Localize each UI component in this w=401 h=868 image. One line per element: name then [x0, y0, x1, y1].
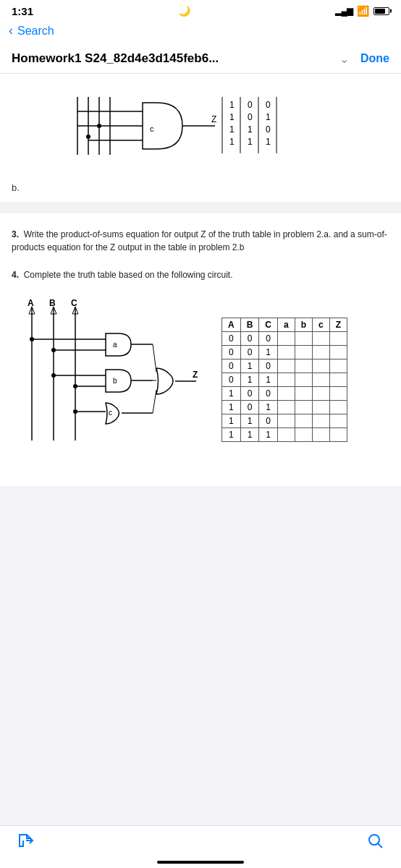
svg-point-55 — [51, 373, 56, 378]
problem-4-number: 4. — [12, 270, 19, 280]
circuit-b-svg: Z c 1 0 0 1 0 1 1 1 0 1 1 1 — [70, 82, 331, 176]
table-cell: 0 — [222, 373, 241, 387]
problem-3: 3. Write the product-of-sums equation fo… — [12, 228, 389, 254]
table-cell: 0 — [259, 359, 278, 373]
col-C: C — [259, 318, 278, 332]
table-cell — [278, 359, 295, 373]
col-A: A — [222, 318, 241, 332]
svg-text:0: 0 — [248, 100, 253, 110]
table-cell: 0 — [222, 332, 241, 346]
svg-point-9 — [97, 124, 101, 128]
table-cell — [313, 387, 330, 401]
table-cell — [295, 428, 312, 442]
table-cell: 1 — [259, 346, 278, 359]
home-indicator — [157, 861, 244, 864]
truth-table-header-row: A B C a b c Z — [222, 318, 347, 332]
status-bar: 1:31 🌙 ▂▄▆ 📶 — [0, 0, 401, 20]
done-button[interactable]: Done — [349, 52, 389, 65]
problem-4-header: 4. Complete the truth table based on the… — [12, 268, 389, 281]
svg-text:1: 1 — [229, 100, 235, 110]
table-cell: 0 — [222, 359, 241, 373]
table-cell — [295, 401, 312, 414]
svg-text:1: 1 — [266, 112, 271, 122]
table-cell — [313, 373, 330, 387]
svg-text:1: 1 — [266, 137, 271, 147]
svg-text:1: 1 — [248, 137, 253, 147]
truth-table-4: A B C a b c Z 000001010011100101110111 — [221, 318, 347, 442]
circuit-4-svg: A B C a — [12, 296, 207, 462]
table-cell — [295, 387, 312, 401]
table-cell: 0 — [259, 332, 278, 346]
table-cell: 1 — [222, 387, 241, 401]
svg-point-53 — [30, 337, 34, 341]
svg-text:A: A — [28, 298, 34, 308]
table-row: 000 — [222, 332, 347, 346]
table-cell — [329, 373, 347, 387]
table-cell — [295, 346, 312, 359]
table-cell: 0 — [240, 401, 259, 414]
svg-text:0: 0 — [248, 112, 253, 122]
nav-bar: ‹ Search — [0, 20, 401, 44]
wifi-icon: 📶 — [357, 5, 369, 17]
table-row: 100 — [222, 387, 347, 401]
col-Z: Z — [329, 318, 347, 332]
back-button[interactable]: Search — [17, 25, 54, 38]
svg-point-10 — [86, 135, 90, 139]
table-cell — [278, 387, 295, 401]
table-cell: 0 — [259, 414, 278, 428]
svg-point-56 — [73, 384, 77, 388]
table-cell — [278, 428, 295, 442]
svg-text:B: B — [49, 298, 56, 308]
table-cell — [313, 401, 330, 414]
table-cell — [313, 359, 330, 373]
table-cell: 1 — [259, 428, 278, 442]
svg-text:a: a — [113, 341, 117, 349]
svg-text:C: C — [71, 298, 77, 308]
svg-line-60 — [379, 844, 383, 848]
share-button[interactable] — [17, 832, 35, 854]
doc-chevron-icon[interactable]: ⌄ — [339, 52, 349, 66]
search-button[interactable] — [366, 832, 384, 854]
table-cell: 1 — [240, 414, 259, 428]
circuit-4-container: A B C a — [12, 296, 207, 464]
svg-text:Z: Z — [193, 370, 198, 380]
table-row: 110 — [222, 414, 347, 428]
table-cell: 0 — [222, 346, 241, 359]
table-cell: 1 — [222, 401, 241, 414]
table-cell — [295, 359, 312, 373]
truth-table-4-container: A B C a b c Z 000001010011100101110111 — [221, 318, 347, 442]
table-cell: 1 — [240, 359, 259, 373]
table-cell — [313, 332, 330, 346]
table-cell: 1 — [222, 414, 241, 428]
svg-text:c: c — [150, 124, 154, 133]
svg-text:c: c — [109, 409, 112, 417]
svg-text:1: 1 — [229, 137, 235, 147]
circuit-b-container: Z c 1 0 0 1 0 1 1 1 0 1 1 1 — [12, 82, 389, 176]
table-cell — [329, 428, 347, 442]
back-chevron-icon[interactable]: ‹ — [9, 23, 13, 38]
table-cell — [295, 332, 312, 346]
table-cell — [329, 401, 347, 414]
svg-text:1: 1 — [229, 112, 235, 122]
svg-text:Z: Z — [211, 114, 216, 124]
table-row: 001 — [222, 346, 347, 359]
table-row: 101 — [222, 401, 347, 414]
table-row: 111 — [222, 428, 347, 442]
svg-point-54 — [51, 348, 56, 352]
status-icons: ▂▄▆ 📶 — [335, 5, 389, 17]
table-cell: 1 — [240, 428, 259, 442]
table-cell — [313, 346, 330, 359]
table-row: 010 — [222, 359, 347, 373]
svg-point-59 — [369, 835, 379, 845]
table-cell: 1 — [259, 401, 278, 414]
table-cell — [313, 414, 330, 428]
table-cell — [278, 401, 295, 414]
col-c: c — [313, 318, 330, 332]
table-cell: 0 — [259, 387, 278, 401]
svg-text:b: b — [113, 377, 117, 385]
table-cell — [329, 387, 347, 401]
doc-header: Homework1 S24_82d4e3d145feb6... ⌄ Done — [0, 44, 401, 74]
table-cell — [329, 359, 347, 373]
status-time: 1:31 — [12, 5, 33, 17]
table-cell — [313, 428, 330, 442]
